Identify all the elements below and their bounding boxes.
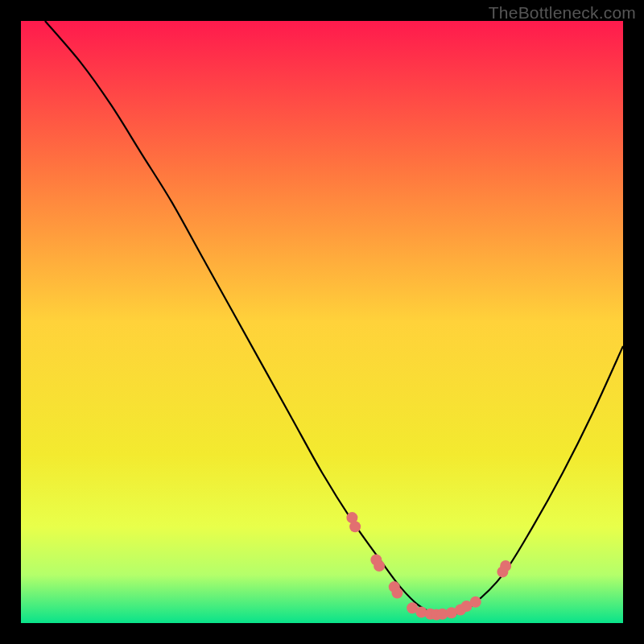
chart-frame (21, 21, 623, 623)
scatter-point (374, 560, 385, 572)
scatter-point (500, 560, 511, 572)
scatter-point (349, 521, 361, 532)
watermark-text: TheBottleneck.com (489, 3, 636, 23)
scatter-point (392, 588, 403, 599)
scatter-point (470, 597, 481, 608)
chart-background (21, 21, 623, 623)
chart-svg (21, 21, 623, 623)
